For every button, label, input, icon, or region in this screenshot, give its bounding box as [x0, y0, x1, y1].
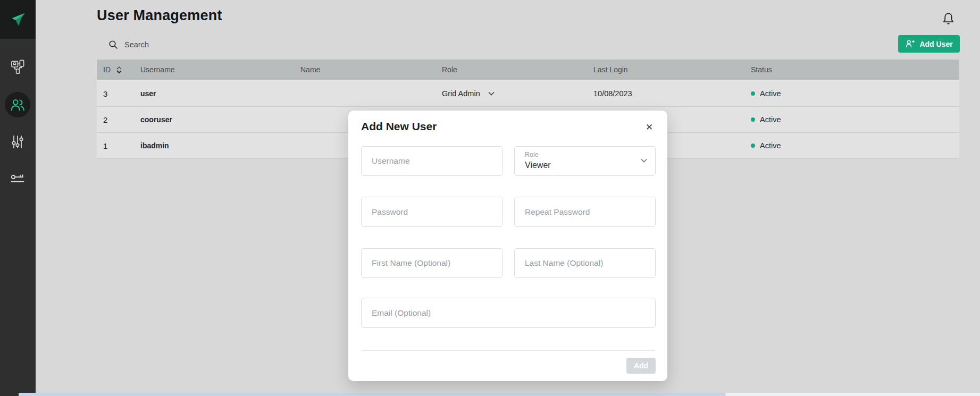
key-icon [10, 172, 26, 186]
column-header-role: Role [435, 65, 587, 74]
role-selected-value: Viewer [525, 161, 551, 170]
sort-icon [116, 66, 122, 73]
brand-logo [0, 0, 36, 39]
add-user-button-label: Add User [919, 40, 952, 48]
app-window: User Management Add User [0, 0, 980, 396]
email-field[interactable] [361, 298, 656, 328]
status-dot [751, 144, 755, 148]
username-field[interactable] [361, 146, 502, 176]
modal-footer-divider [361, 350, 655, 351]
status-dot [751, 117, 755, 122]
cell-status: Active [744, 141, 959, 150]
search-icon [108, 40, 118, 49]
modal-title: Add New User [361, 120, 437, 133]
search-input[interactable] [123, 40, 301, 49]
status-label: Active [760, 141, 781, 150]
sidebar-item-settings[interactable] [5, 129, 30, 155]
cell-status: Active [744, 115, 959, 124]
column-header-last-login: Last Login [587, 65, 744, 74]
modal-role-select[interactable]: Role Viewer [514, 146, 656, 176]
users-icon [10, 97, 26, 113]
role-value: Grid Admin [442, 89, 480, 98]
column-header-username: Username [134, 65, 294, 74]
column-header-name: Name [294, 65, 435, 74]
cell-id: 3 [97, 89, 134, 98]
status-label: Active [760, 115, 781, 124]
cell-status: Active [744, 89, 959, 98]
sidebar [0, 0, 36, 396]
bell-icon [941, 11, 956, 27]
sidebar-item-credentials[interactable] [5, 166, 30, 192]
table-row: 3 user Grid Admin 10/08/2023 Active [97, 81, 959, 107]
column-header-id[interactable]: ID [97, 65, 134, 74]
sidebar-item-users[interactable] [5, 92, 30, 117]
repeat-password-field[interactable] [514, 197, 656, 227]
column-header-status: Status [744, 65, 959, 74]
cell-id: 2 [97, 115, 134, 124]
last-name-field[interactable] [514, 248, 656, 278]
add-user-button[interactable]: Add User [898, 35, 960, 53]
cell-last-login: 10/08/2023 [587, 89, 744, 98]
cell-username: user [134, 89, 294, 98]
notifications-button[interactable] [939, 10, 957, 28]
role-select[interactable]: Grid Admin [435, 89, 587, 98]
grid-topology-icon [10, 58, 26, 75]
status-dot [751, 91, 755, 96]
modal-add-button[interactable]: Add [626, 358, 656, 374]
sliders-icon [10, 134, 26, 150]
close-icon[interactable]: ✕ [642, 120, 656, 134]
chevron-down-icon [641, 158, 647, 163]
page-title: User Management [97, 7, 222, 24]
status-label: Active [760, 89, 781, 98]
horizontal-scrollbar[interactable] [19, 393, 980, 396]
column-header-id-label: ID [103, 65, 111, 74]
first-name-field[interactable] [361, 248, 502, 278]
add-new-user-modal: Add New User ✕ Role Viewer Add [348, 111, 667, 381]
cell-username: ibadmin [134, 141, 294, 150]
brand-logo-icon [8, 10, 28, 30]
cell-id: 1 [97, 141, 134, 150]
password-field[interactable] [361, 197, 502, 227]
sidebar-item-grid[interactable] [5, 54, 30, 79]
user-plus-icon [905, 39, 915, 49]
cell-username: cooruser [134, 115, 294, 124]
search-bar [108, 37, 301, 52]
table-header-row: ID Username Name Role Last Login Status [97, 60, 959, 81]
scrollbar-thumb[interactable] [19, 393, 726, 396]
chevron-down-icon [488, 91, 495, 96]
role-label: Role [525, 151, 539, 158]
